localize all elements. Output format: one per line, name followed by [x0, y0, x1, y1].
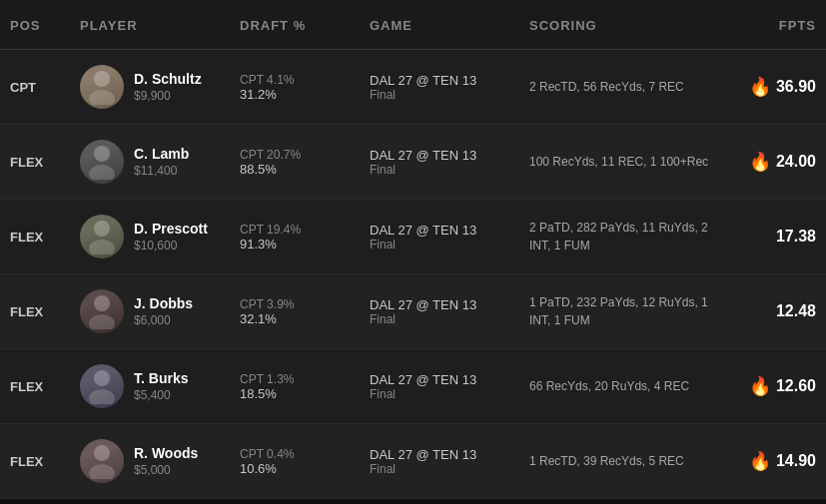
player-salary: $6,000 — [134, 313, 193, 327]
draft-cell: CPT 4.1% 31.2% — [230, 65, 360, 110]
col-fpts: FPTS — [739, 10, 826, 41]
fpts-value: 12.48 — [776, 302, 816, 320]
pos-cell: CPT — [0, 72, 70, 103]
svg-point-4 — [94, 221, 110, 237]
fire-icon: 🔥 — [749, 76, 771, 98]
fpts-value: 24.00 — [776, 153, 816, 171]
col-player: PLAYER — [70, 10, 230, 41]
player-name: C. Lamb — [134, 146, 189, 162]
table-body: CPT D. Schultz $9,900 CPT 4.1% 31.2% DAL… — [0, 50, 826, 499]
svg-point-5 — [89, 240, 115, 254]
svg-point-6 — [94, 295, 110, 311]
game-final: Final — [370, 312, 509, 326]
game-final: Final — [370, 462, 509, 476]
fpts-value: 14.90 — [776, 452, 816, 470]
col-scoring: SCORING — [519, 10, 739, 41]
player-name: T. Burks — [134, 370, 188, 386]
draft-cell: CPT 19.4% 91.3% — [230, 215, 360, 259]
player-info: D. Prescott $10,600 — [134, 221, 208, 252]
draft-label: CPT 3.9% — [240, 297, 350, 311]
draft-pct: 18.5% — [240, 386, 350, 401]
draft-label: CPT 19.4% — [240, 223, 350, 237]
pos-cell: FLEX — [0, 296, 70, 327]
player-cell: R. Woods $5,000 — [70, 431, 230, 491]
svg-point-1 — [89, 90, 115, 105]
player-cell: D. Schultz $9,900 — [70, 57, 230, 117]
pos-cell: FLEX — [0, 222, 70, 252]
pos-cell: FLEX — [0, 371, 70, 402]
player-salary: $10,600 — [134, 239, 208, 252]
col-game: GAME — [360, 10, 519, 41]
scoring-cell: 100 RecYds, 11 REC, 1 100+Rec — [519, 145, 739, 179]
game-info: DAL 27 @ TEN 13 — [370, 223, 509, 238]
svg-point-10 — [94, 445, 110, 461]
player-cell: J. Dobbs $6,000 — [70, 281, 230, 341]
table-row: CPT D. Schultz $9,900 CPT 4.1% 31.2% DAL… — [0, 50, 826, 125]
avatar — [80, 215, 124, 258]
game-final: Final — [370, 387, 509, 401]
table-row: FLEX D. Prescott $10,600 CPT 19.4% 91.3%… — [0, 200, 826, 274]
draft-cell: CPT 1.3% 18.5% — [230, 364, 360, 409]
player-name: R. Woods — [134, 445, 198, 461]
pos-cell: FLEX — [0, 446, 70, 477]
table-row: FLEX J. Dobbs $6,000 CPT 3.9% 32.1% DAL … — [0, 274, 826, 349]
scoring-cell: 2 PaTD, 282 PaYds, 11 RuYds, 2 INT, 1 FU… — [519, 211, 739, 262]
player-info: T. Burks $5,400 — [134, 370, 188, 402]
player-cell: D. Prescott $10,600 — [70, 207, 230, 266]
svg-point-7 — [89, 314, 115, 329]
player-salary: $5,000 — [134, 463, 198, 477]
fpts-cell: 12.48 — [739, 294, 826, 328]
table-header: POS PLAYER DRAFT % GAME SCORING FPTS — [0, 0, 826, 50]
game-info: DAL 27 @ TEN 13 — [370, 148, 509, 163]
player-salary: $9,900 — [134, 89, 202, 103]
scoring-cell: 2 RecTD, 56 RecYds, 7 REC — [519, 70, 739, 104]
player-cell: T. Burks $5,400 — [70, 356, 230, 416]
game-final: Final — [370, 88, 509, 102]
avatar — [80, 289, 124, 333]
game-cell: DAL 27 @ TEN 13 Final — [360, 364, 519, 409]
game-cell: DAL 27 @ TEN 13 Final — [360, 65, 519, 110]
player-info: J. Dobbs $6,000 — [134, 295, 193, 327]
avatar — [80, 140, 124, 184]
game-info: DAL 27 @ TEN 13 — [370, 297, 509, 312]
player-name: J. Dobbs — [134, 295, 193, 311]
fpts-value: 17.38 — [776, 228, 816, 246]
game-cell: DAL 27 @ TEN 13 Final — [360, 439, 519, 484]
draft-cell: CPT 3.9% 32.1% — [230, 289, 360, 334]
player-name: D. Schultz — [134, 71, 202, 87]
svg-point-3 — [89, 165, 115, 180]
game-final: Final — [370, 163, 509, 177]
draft-pct: 31.2% — [240, 87, 350, 102]
game-info: DAL 27 @ TEN 13 — [370, 73, 509, 88]
player-salary: $5,400 — [134, 388, 188, 402]
footer: FANTASY POINTS 118.26 — [0, 499, 826, 504]
scoring-cell: 1 RecTD, 39 RecYds, 5 REC — [519, 444, 739, 478]
fire-icon: 🔥 — [749, 375, 771, 397]
col-pos: POS — [0, 10, 70, 41]
fire-icon: 🔥 — [749, 450, 771, 472]
draft-cell: CPT 20.7% 88.5% — [230, 140, 360, 185]
svg-point-11 — [89, 464, 115, 479]
col-draft: DRAFT % — [230, 10, 360, 41]
pos-cell: FLEX — [0, 147, 70, 178]
table-row: FLEX R. Woods $5,000 CPT 0.4% 10.6% DAL … — [0, 424, 826, 499]
table-row: FLEX T. Burks $5,400 CPT 1.3% 18.5% DAL … — [0, 349, 826, 424]
draft-label: CPT 0.4% — [240, 447, 350, 461]
draft-pct: 91.3% — [240, 237, 350, 252]
player-cell: C. Lamb $11,400 — [70, 132, 230, 192]
draft-pct: 32.1% — [240, 311, 350, 326]
game-cell: DAL 27 @ TEN 13 Final — [360, 215, 519, 259]
game-info: DAL 27 @ TEN 13 — [370, 447, 509, 462]
draft-pct: 88.5% — [240, 162, 350, 177]
game-info: DAL 27 @ TEN 13 — [370, 372, 509, 387]
avatar — [80, 65, 124, 109]
avatar — [80, 439, 124, 483]
table-row: FLEX C. Lamb $11,400 CPT 20.7% 88.5% DAL… — [0, 125, 826, 200]
svg-point-2 — [94, 146, 110, 162]
fire-icon: 🔥 — [749, 151, 771, 173]
svg-point-8 — [94, 370, 110, 386]
draft-label: CPT 1.3% — [240, 372, 350, 386]
player-salary: $11,400 — [134, 164, 189, 178]
draft-pct: 10.6% — [240, 461, 350, 476]
svg-point-0 — [94, 71, 110, 87]
